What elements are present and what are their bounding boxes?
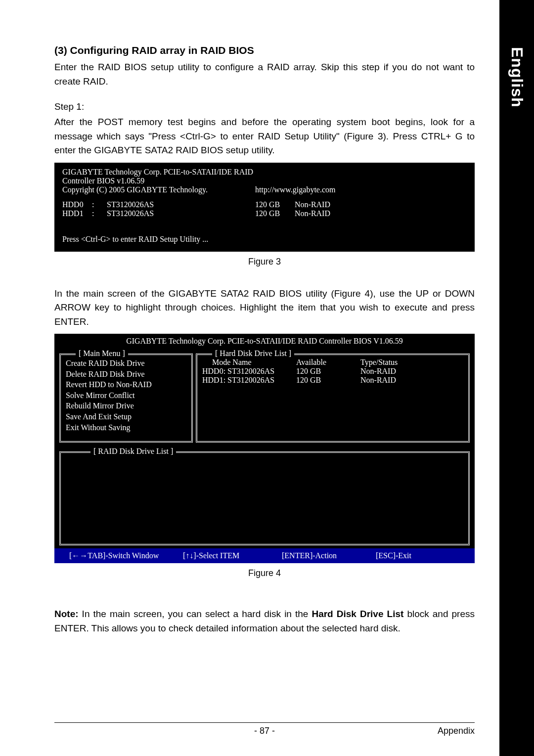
menu-item: Create RAID Disk Drive (66, 358, 186, 369)
bios-url: http://www.gigabyte.com (255, 185, 467, 194)
side-tab: English (499, 0, 534, 756)
hdd-cell: 120 GB (296, 376, 360, 385)
drive-slot: HDD0 (62, 200, 92, 209)
drive-status: Non-RAID (295, 209, 330, 218)
main-menu-panel: [ Main Menu ] Create RAID Disk Drive Del… (59, 354, 193, 443)
menu-item: Solve Mirror Conflict (66, 390, 186, 401)
hdd-list-panel: [ Hard Disk Drive List ] Mode Name HDD0:… (196, 354, 470, 443)
page-number: - 87 - (254, 726, 275, 736)
main-menu-label: [ Main Menu ] (76, 349, 128, 358)
drive-model: ST3120026AS (107, 200, 255, 209)
hdd-cell: Non-RAID (360, 376, 463, 385)
menu-item: Revert HDD to Non-RAID (66, 379, 186, 390)
footer-hint: [↑↓]-Select ITEM (183, 551, 282, 560)
drive-slot: HDD1 (62, 209, 92, 218)
raid-list-label: [ RAID Disk Drive List ] (90, 447, 176, 456)
bios-header-line1: GIGABYTE Technology Corp. PCIE-to-SATAII… (62, 168, 255, 185)
footer-hint: [ESC]-Exit (376, 551, 411, 560)
hdd-col-header: Available (296, 358, 360, 367)
step-text: After the POST memory test begins and be… (54, 115, 475, 158)
drive-colon: : (92, 209, 107, 218)
bios-drive-row: HDD1 : ST3120026AS 120 GB Non-RAID (62, 209, 467, 218)
bios-utility-screen: GIGABYTE Technology Corp. PCIE-to-SATAII… (54, 334, 475, 563)
raid-list-panel: [ RAID Disk Drive List ] (59, 451, 470, 545)
note-label: Note: (54, 609, 79, 619)
side-tab-text: English (508, 47, 526, 108)
drive-model: ST3120026AS (107, 209, 255, 218)
hdd-cell: 120 GB (296, 367, 360, 376)
menu-item: Delete RAID Disk Drive (66, 369, 186, 380)
footer-hint: [ENTER]-Action (282, 551, 376, 560)
figure-3-caption: Figure 3 (54, 257, 475, 267)
note-section: Note: In the main screen, you can select… (54, 607, 475, 635)
footer-section: Appendix (438, 726, 475, 736)
intro-text: Enter the RAID BIOS setup utility to con… (54, 60, 475, 89)
menu-item: Save And Exit Setup (66, 411, 186, 422)
hdd-cell: Non-RAID (360, 367, 463, 376)
note-bold: Hard Disk Drive List (312, 609, 403, 619)
figure-4-caption: Figure 4 (54, 568, 475, 578)
step-label: Step 1: (54, 101, 475, 112)
menu-item: Rebuild Mirror Drive (66, 400, 186, 411)
middle-text: In the main screen of the GIGABYTE SATA2… (54, 287, 475, 329)
menu-item: Exit Without Saving (66, 422, 186, 433)
hdd-col-header: Mode Name (202, 358, 296, 367)
hdd-cell: HDD0: ST3120026AS (202, 367, 296, 376)
bios-post-screen: GIGABYTE Technology Corp. PCIE-to-SATAII… (54, 163, 475, 252)
section-title: (3) Configuring RAID array in RAID BIOS (54, 44, 475, 56)
drive-size: 120 GB (255, 200, 295, 209)
hdd-col-header: Type/Status (360, 358, 463, 367)
bios-prompt: Press <Ctrl-G> to enter RAID Setup Utili… (62, 235, 467, 244)
bios-header-line2: Copyright (C) 2005 GIGABYTE Technology. (62, 185, 255, 194)
hdd-list-label: [ Hard Disk Drive List ] (212, 349, 294, 358)
bios-utility-header: GIGABYTE Technology Corp. PCIE-to-SATAII… (59, 337, 470, 346)
bios-footer-bar: [←→TAB]-Switch Window [↑↓]-Select ITEM [… (54, 548, 475, 563)
page-footer: - 87 - Appendix (54, 722, 475, 736)
note-text-1: In the main screen, you can select a har… (79, 609, 312, 619)
bios-drive-row: HDD0 : ST3120026AS 120 GB Non-RAID (62, 200, 467, 209)
drive-status: Non-RAID (295, 200, 330, 209)
drive-colon: : (92, 200, 107, 209)
footer-hint: [←→TAB]-Switch Window (69, 551, 183, 560)
hdd-cell: HDD1: ST3120026AS (202, 376, 296, 385)
drive-size: 120 GB (255, 209, 295, 218)
